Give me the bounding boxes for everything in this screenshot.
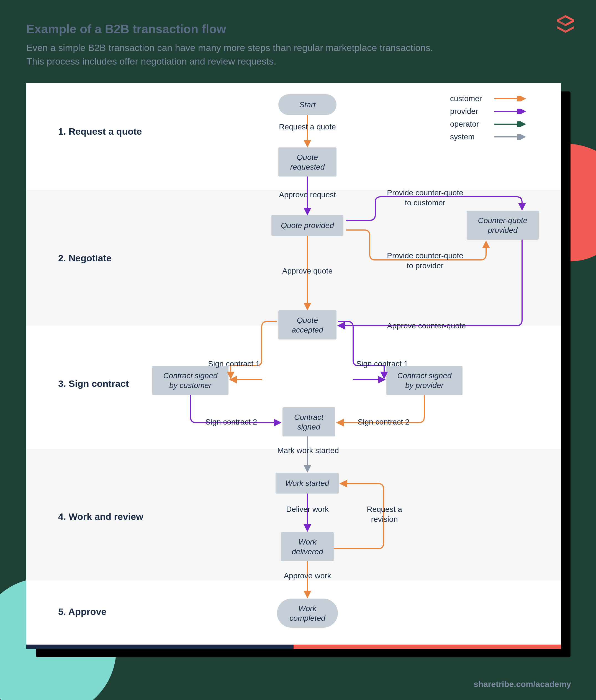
label-deliver-work: Deliver work bbox=[277, 504, 338, 514]
sharetribe-logo-icon bbox=[554, 13, 577, 35]
label-mark-work-started: Mark work started bbox=[274, 446, 342, 456]
label-sign-contract-2-right: Sign contract 2 bbox=[353, 417, 414, 427]
brand-logo bbox=[554, 13, 577, 38]
label-approve-counter-quote: Approve counter-quote bbox=[380, 321, 473, 331]
label-provide-cq-customer: Provide counter-quote to customer bbox=[384, 188, 467, 208]
diagram-stage: 1. Request a quote 2. Negotiate 3. Sign … bbox=[26, 83, 561, 646]
label-sign-contract-1-right: Sign contract 1 bbox=[352, 359, 413, 369]
label-approve-work: Approve work bbox=[276, 571, 339, 581]
page-subtitle: Even a simple B2B transaction can have m… bbox=[26, 41, 546, 69]
label-approve-quote: Approve quote bbox=[271, 266, 343, 276]
footer-link: sharetribe.com/academy bbox=[473, 679, 571, 689]
page-title: Example of a B2B transaction flow bbox=[26, 22, 546, 36]
header: Example of a B2B transaction flow Even a… bbox=[26, 22, 546, 69]
label-request-quote: Request a quote bbox=[277, 122, 338, 132]
diagram-card: 1. Request a quote 2. Negotiate 3. Sign … bbox=[26, 83, 561, 649]
label-sign-contract-2-left: Sign contract 2 bbox=[201, 417, 262, 427]
card-bottom-bar bbox=[26, 645, 561, 649]
label-request-revision: Request a revision bbox=[358, 504, 411, 525]
connectors bbox=[26, 83, 561, 646]
label-approve-request: Approve request bbox=[276, 190, 339, 200]
label-provide-cq-provider: Provide counter-quote to provider bbox=[384, 251, 467, 271]
label-sign-contract-1-left: Sign contract 1 bbox=[204, 359, 264, 369]
